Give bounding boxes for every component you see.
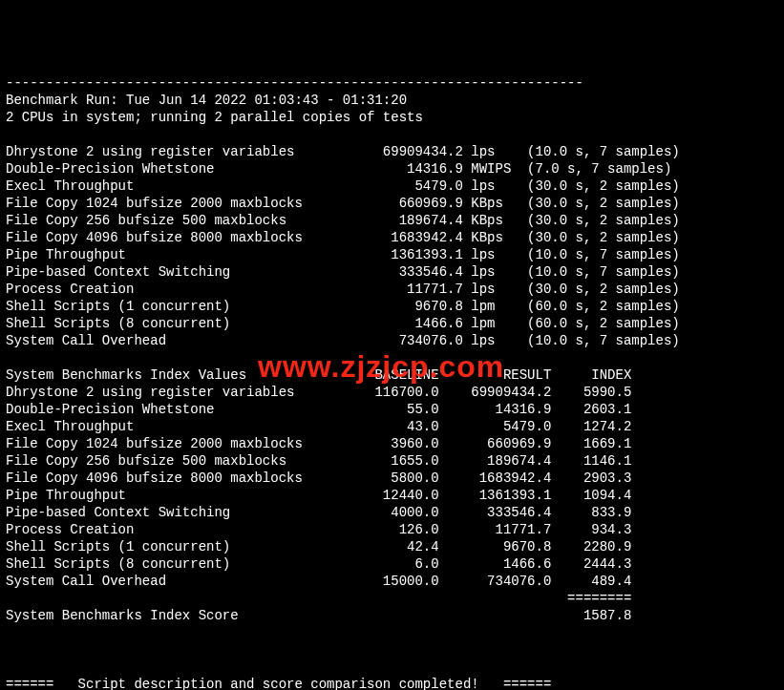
terminal-line: Shell Scripts (1 concurrent) 9670.8 lpm … [6, 299, 680, 314]
terminal-line: File Copy 4096 bufsize 8000 maxblocks 58… [6, 470, 631, 486]
terminal-line: Dhrystone 2 using register variables 116… [6, 385, 631, 400]
terminal-line: Double-Precision Whetstone 14316.9 MWIPS… [6, 161, 671, 177]
terminal-line: Pipe-based Context Switching 4000.0 3335… [6, 505, 631, 520]
terminal-line: Process Creation 11771.7 lps (30.0 s, 2 … [6, 282, 680, 297]
terminal-line: System Benchmarks Index Values BASELINE … [6, 367, 631, 383]
terminal-line: Execl Throughput 43.0 5479.0 1274.2 [6, 419, 631, 434]
terminal-line: System Benchmarks Index Score 1587.8 [6, 608, 631, 623]
terminal-line: ----------------------------------------… [6, 75, 583, 91]
terminal-line: Benchmark Run: Tue Jun 14 2022 01:03:43 … [6, 93, 407, 108]
terminal-line: Shell Scripts (8 concurrent) 1466.6 lpm … [6, 316, 680, 331]
terminal-line: ======== [6, 591, 631, 606]
terminal-line: Double-Precision Whetstone 55.0 14316.9 … [6, 402, 631, 417]
terminal-line: System Call Overhead 15000.0 734076.0 48… [6, 574, 631, 589]
terminal-line: File Copy 256 bufsize 500 maxblocks 1655… [6, 453, 631, 469]
terminal-line: System Call Overhead 734076.0 lps (10.0 … [6, 333, 680, 348]
terminal-line: Pipe Throughput 12440.0 1361393.1 1094.4 [6, 488, 631, 503]
terminal-line: Dhrystone 2 using register variables 699… [6, 144, 680, 159]
terminal-line: Pipe Throughput 1361393.1 lps (10.0 s, 7… [6, 247, 680, 262]
terminal-line: File Copy 4096 bufsize 8000 maxblocks 16… [6, 230, 680, 245]
terminal-line: Shell Scripts (8 concurrent) 6.0 1466.6 … [6, 556, 631, 572]
terminal-line: 2 CPUs in system; running 2 parallel cop… [6, 110, 423, 125]
terminal-line: File Copy 1024 bufsize 2000 maxblocks 39… [6, 436, 631, 451]
terminal-line: Execl Throughput 5479.0 lps (30.0 s, 2 s… [6, 178, 680, 194]
terminal-line: ====== Script description and score comp… [6, 677, 551, 690]
terminal-line: File Copy 1024 bufsize 2000 maxblocks 66… [6, 196, 680, 211]
terminal-line: Process Creation 126.0 11771.7 934.3 [6, 522, 631, 537]
terminal-line: Shell Scripts (1 concurrent) 42.4 9670.8… [6, 539, 631, 554]
terminal-line: File Copy 256 bufsize 500 maxblocks 1896… [6, 213, 680, 228]
terminal-line: Pipe-based Context Switching 333546.4 lp… [6, 264, 680, 280]
terminal-output: ----------------------------------------… [6, 74, 778, 690]
